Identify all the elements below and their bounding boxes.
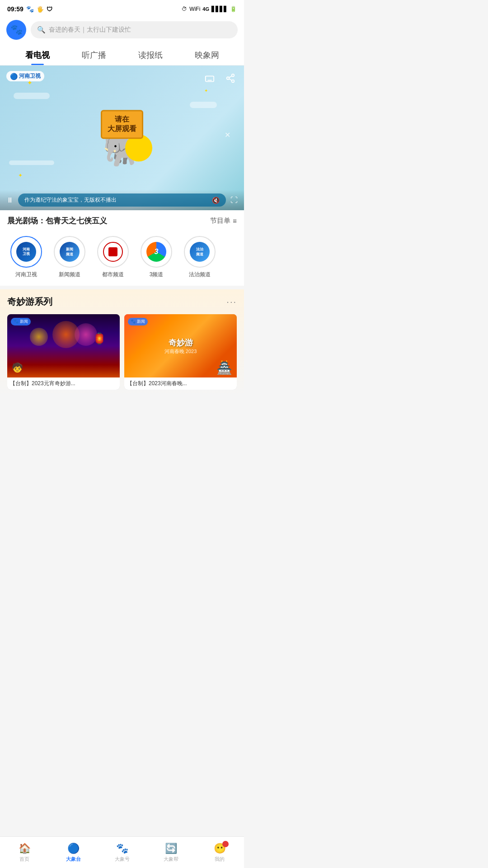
ch3-circle: 3 — [141, 236, 172, 268]
tab-tv[interactable]: 看电视 — [9, 44, 66, 65]
hand-icon: 🖐 — [37, 6, 44, 13]
henan-label: 河南卫视 — [15, 271, 37, 278]
dushi-label: 都市频道 — [102, 271, 124, 278]
program-list-label: 节目单 — [210, 217, 230, 225]
mute-icon[interactable]: 🔇 — [212, 197, 220, 204]
dushi-circle — [97, 236, 129, 268]
video-player[interactable]: 🔵 河南卫视 — [0, 66, 244, 210]
firework-2 — [30, 328, 48, 346]
logo-paw-icon: 🐾 — [10, 24, 23, 36]
bottom-padding — [0, 396, 244, 432]
svg-rect-0 — [206, 76, 214, 81]
card1-label: 【台制】2023元宵奇妙游... — [7, 377, 120, 390]
paw-icon: 🐾 — [26, 5, 34, 13]
festival-text: 奇妙游 — [164, 337, 197, 348]
video-controls-bar: ⏸ 作为遵纪守法的象宝宝，无版权不播出 🔇 ⛶ — [0, 190, 244, 210]
elephant-scene: 请在大屏观看 🐘 — [101, 110, 143, 166]
share-button[interactable] — [223, 71, 238, 85]
section-title: 奇妙游系列 — [7, 296, 52, 308]
fazhi-label: 法治频道 — [189, 271, 211, 278]
svg-line-4 — [229, 79, 232, 80]
pause-button[interactable]: ⏸ — [6, 196, 14, 204]
xinwen-circle: 新闻频道 — [54, 236, 85, 268]
content-grid: 🏮 🧒 🐾 新闻 【台制】2023元宵奇妙游... 奇妙游 河南春晚 2023 … — [7, 314, 237, 396]
wifi-icon: WiFi — [189, 6, 200, 12]
search-placeholder-text: 奋进的春天｜太行山下建设忙 — [49, 26, 131, 34]
tab-yxw[interactable]: 映象网 — [178, 44, 235, 65]
app-header: 🐾 🔍 奋进的春天｜太行山下建设忙 — [0, 16, 244, 44]
time-display: 09:59 — [7, 5, 23, 13]
channel-xinwen[interactable]: 新闻频道 新闻频道 — [48, 236, 91, 278]
svg-point-1 — [232, 74, 235, 77]
content-card-1[interactable]: 🏮 🧒 🐾 新闻 【台制】2023元宵奇妙游... — [7, 314, 120, 390]
video-top-controls — [202, 71, 238, 85]
character-icon: 🧒 — [12, 362, 23, 373]
ch3-label: 3频道 — [150, 271, 164, 278]
channel-logo-icon: 🔵 — [10, 73, 18, 80]
cloud-deco-1 — [14, 93, 50, 99]
program-info: 晨光剧场：包青天之七侠五义 节目单 ≡ — [0, 210, 244, 231]
signal-icon: 4G — [202, 6, 209, 12]
list-icon: ≡ — [233, 217, 237, 225]
channel-3[interactable]: 3 3频道 — [135, 236, 178, 278]
lantern-icon: 🏮 — [93, 332, 106, 345]
festival-subtext: 河南春晚 2023 — [164, 348, 197, 355]
tower-icon: 🏯 — [216, 360, 232, 375]
channel-dushi[interactable]: 都市频道 — [91, 236, 135, 278]
nav-tabs: 看电视 听广播 读报纸 映象网 — [0, 44, 244, 66]
program-title: 晨光剧场：包青天之七侠五义 — [7, 216, 107, 226]
thumb-festival: 奇妙游 河南春晚 2023 🐾 新闻 🏯 — [124, 314, 237, 377]
cloud-deco-3 — [9, 160, 54, 165]
more-button[interactable]: ··· — [226, 297, 237, 307]
program-list-button[interactable]: 节目单 ≡ — [210, 217, 237, 225]
qimiaoyou-section: 奇妙游系列 ··· 🏮 🧒 🐾 新闻 【台制】2023元宵奇妙游... 奇妙游 — [0, 289, 244, 396]
card2-label: 【台制】2023河南春晚... — [124, 377, 237, 390]
fullscreen-button[interactable]: ⛶ — [230, 196, 238, 204]
content-card-2[interactable]: 奇妙游 河南春晚 2023 🐾 新闻 🏯 【台制】2023河南春晚... — [124, 314, 237, 390]
timer-icon: ⏱ — [182, 6, 187, 12]
channel-fazhi[interactable]: 法治频道 法治频道 — [178, 236, 221, 278]
fazhi-circle: 法治频道 — [184, 236, 216, 268]
close-button[interactable]: ✕ — [225, 131, 230, 139]
status-bar: 09:59 🐾 🖐 🛡 ⏱ WiFi 4G ▋▋▋▋ 🔋 — [0, 0, 244, 16]
search-bar[interactable]: 🔍 奋进的春天｜太行山下建设忙 — [31, 21, 238, 38]
xinwen-label: 新闻频道 — [59, 271, 80, 278]
thumb-fireworks: 🏮 🧒 🐾 新闻 — [7, 314, 120, 377]
shield-icon: 🛡 — [47, 6, 52, 13]
app-logo[interactable]: 🐾 — [6, 20, 26, 40]
cast-button[interactable] — [202, 71, 217, 85]
henan-circle: 河南卫视 — [10, 236, 42, 268]
tab-newspaper[interactable]: 读报纸 — [122, 44, 178, 65]
subtitle-text: 作为遵纪守法的象宝宝，无版权不播出 — [24, 196, 117, 204]
channel-list: 河南卫视 河南卫视 新闻频道 新闻频道 都市频道 — [0, 231, 244, 286]
subtitle-bar: 作为遵纪守法的象宝宝，无版权不播出 🔇 — [18, 193, 226, 207]
video-section: 🔵 河南卫视 — [0, 66, 244, 286]
section-header: 奇妙游系列 ··· — [7, 296, 237, 308]
cloud-deco-2 — [190, 102, 217, 108]
channel-badge: 🔵 河南卫视 — [6, 71, 44, 81]
card2-logo: 🐾 新闻 — [128, 318, 148, 326]
status-icons: ⏱ WiFi 4G ▋▋▋▋ 🔋 — [182, 6, 237, 12]
bars-icon: ▋▋▋▋ — [211, 6, 228, 12]
channel-henan[interactable]: 河南卫视 河南卫视 — [5, 236, 48, 278]
card1-logo: 🐾 新闻 — [11, 318, 31, 326]
svg-line-5 — [229, 76, 232, 78]
svg-point-3 — [232, 80, 235, 83]
tab-radio[interactable]: 听广播 — [66, 44, 122, 65]
sparkle-2: ✦ — [204, 88, 208, 93]
sparkle-3: ✦ — [18, 172, 23, 179]
battery-icon: 🔋 — [230, 6, 237, 12]
sparkle-1: ✦ — [27, 79, 33, 86]
svg-point-2 — [227, 77, 230, 80]
search-icon: 🔍 — [37, 26, 46, 34]
status-time: 09:59 🐾 🖐 🛡 — [7, 5, 52, 13]
sign-board: 请在大屏观看 — [101, 110, 143, 139]
channel-logo-small: 🔵 河南卫视 — [6, 71, 44, 81]
